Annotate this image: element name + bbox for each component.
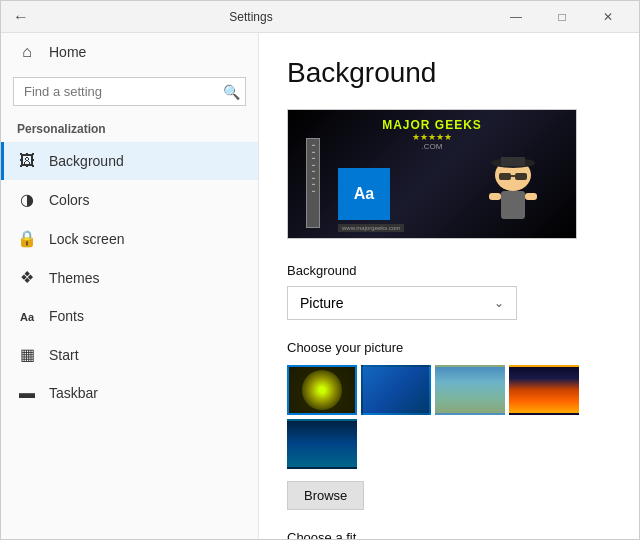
search-box: 🔍 xyxy=(13,77,246,106)
background-dropdown-arrow: ⌄ xyxy=(494,296,504,310)
svg-rect-4 xyxy=(515,173,527,180)
svg-rect-6 xyxy=(501,191,525,219)
svg-rect-2 xyxy=(501,157,525,166)
svg-rect-3 xyxy=(499,173,511,180)
browse-button[interactable]: Browse xyxy=(287,481,364,510)
sidebar-item-taskbar[interactable]: Taskbar xyxy=(1,374,258,412)
choose-picture-label: Choose your picture xyxy=(287,340,611,355)
fit-label: Choose a fit xyxy=(287,530,611,539)
search-input[interactable] xyxy=(13,77,246,106)
sidebar-label-themes: Themes xyxy=(49,270,100,286)
picture-thumb-5[interactable] xyxy=(287,419,357,469)
preview-logo-com: .COM xyxy=(288,142,576,151)
sidebar-item-start[interactable]: Start xyxy=(1,335,258,374)
background-preview: MAJOR GEEKS ★★★★★ .COM ━━━━━━━━ Aa xyxy=(287,109,577,239)
home-label: Home xyxy=(49,44,86,60)
preview-ruler: ━━━━━━━━ xyxy=(306,138,320,228)
sidebar-item-colors[interactable]: ◑ Colors xyxy=(1,180,258,219)
background-section-label: Background xyxy=(287,263,611,278)
sidebar-item-lock-screen[interactable]: 🔒 Lock screen xyxy=(1,219,258,258)
preview-background: MAJOR GEEKS ★★★★★ .COM ━━━━━━━━ Aa xyxy=(288,110,576,238)
preview-logo-stars: ★★★★★ xyxy=(288,132,576,142)
fonts-icon xyxy=(17,307,37,325)
main-content: Background MAJOR GEEKS ★★★★★ .COM ━━━━━━… xyxy=(259,33,639,539)
sidebar: Home 🔍 Personalization 🖼 Background ◑ Co… xyxy=(1,33,259,539)
sidebar-label-fonts: Fonts xyxy=(49,308,84,324)
start-icon xyxy=(17,345,37,364)
close-button[interactable]: ✕ xyxy=(585,1,631,33)
background-dropdown-value: Picture xyxy=(300,295,344,311)
sidebar-item-background[interactable]: 🖼 Background xyxy=(1,142,258,180)
picture-thumb-4[interactable] xyxy=(509,365,579,415)
section-label: Personalization xyxy=(1,112,258,142)
background-icon: 🖼 xyxy=(17,152,37,170)
picture-thumb-2[interactable] xyxy=(361,365,431,415)
preview-geek-figure xyxy=(481,153,546,233)
sidebar-label-lock-screen: Lock screen xyxy=(49,231,124,247)
titlebar: ← Settings — □ ✕ xyxy=(1,1,639,33)
themes-icon: ❖ xyxy=(17,268,37,287)
picture-grid xyxy=(287,365,611,469)
page-title: Background xyxy=(287,57,611,89)
preview-url-badge: www.majorgeeks.com xyxy=(338,224,404,232)
picture-thumb-3[interactable] xyxy=(435,365,505,415)
background-dropdown[interactable]: Picture ⌄ xyxy=(287,286,517,320)
colors-icon: ◑ xyxy=(17,190,37,209)
sidebar-item-themes[interactable]: ❖ Themes xyxy=(1,258,258,297)
svg-rect-7 xyxy=(489,193,501,200)
lock-icon: 🔒 xyxy=(17,229,37,248)
window-title: Settings xyxy=(9,10,493,24)
sidebar-item-fonts[interactable]: Fonts xyxy=(1,297,258,335)
picture-thumb-1[interactable] xyxy=(287,365,357,415)
home-icon xyxy=(17,43,37,61)
window-controls: — □ ✕ xyxy=(493,1,631,33)
content-area: Home 🔍 Personalization 🖼 Background ◑ Co… xyxy=(1,33,639,539)
preview-logo-line1: MAJOR GEEKS xyxy=(288,118,576,132)
sidebar-item-home[interactable]: Home xyxy=(1,33,258,71)
minimize-button[interactable]: — xyxy=(493,1,539,33)
sidebar-label-start: Start xyxy=(49,347,79,363)
settings-window: ← Settings — □ ✕ Home 🔍 Personalization xyxy=(0,0,640,540)
svg-rect-8 xyxy=(525,193,537,200)
sidebar-label-background: Background xyxy=(49,153,124,169)
taskbar-icon xyxy=(17,384,37,402)
sidebar-label-colors: Colors xyxy=(49,192,89,208)
preview-aa-text: Aa xyxy=(354,185,374,203)
preview-windows-tile: Aa xyxy=(338,168,390,220)
sidebar-label-taskbar: Taskbar xyxy=(49,385,98,401)
search-icon: 🔍 xyxy=(223,84,240,100)
maximize-button[interactable]: □ xyxy=(539,1,585,33)
